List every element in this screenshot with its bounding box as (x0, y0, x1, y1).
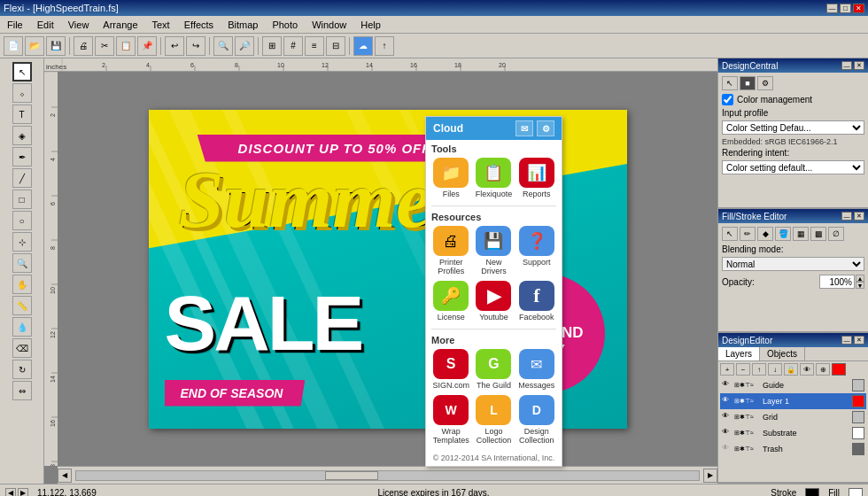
menu-effects[interactable]: Effects (181, 18, 217, 32)
layer-row-substrate[interactable]: 👁 ⊞ ✱ ⊤ ≈ Substrate (720, 425, 866, 441)
undo-button[interactable]: ↩ (165, 36, 184, 56)
menu-photo[interactable]: Photo (268, 18, 301, 32)
measure-tool[interactable]: 📏 (12, 296, 32, 315)
fill-pencil-btn[interactable]: ✏ (740, 227, 756, 241)
fs-close-btn[interactable]: ✕ (854, 212, 864, 221)
fill-gradient-btn[interactable]: ▦ (793, 227, 809, 241)
trash-eye-icon[interactable]: 👁 (722, 444, 732, 454)
layer-row-layer1[interactable]: 👁 ⊞ ✱ ⊤ ≈ Layer 1 (720, 393, 866, 409)
fill-none-btn[interactable]: ∅ (828, 227, 844, 241)
de-lock-btn[interactable]: 🔒 (784, 363, 798, 376)
dc-arrow-btn[interactable]: ↖ (722, 76, 738, 90)
save-button[interactable]: 💾 (46, 36, 66, 56)
fill-stroke-header[interactable]: Fill/Stroke Editor — ✕ (718, 209, 868, 223)
redo-button[interactable]: ↪ (186, 36, 205, 56)
zoom-tool[interactable]: 🔍 (12, 253, 32, 273)
node-tool[interactable]: ⬦ (12, 83, 32, 103)
de-add-layer-btn[interactable]: + (720, 363, 734, 376)
new-button[interactable]: 📄 (4, 36, 23, 56)
crop-tool[interactable]: ⊹ (12, 232, 32, 252)
upload-button[interactable]: ↑ (375, 36, 394, 56)
dc-settings-btn[interactable]: ⚙ (757, 76, 773, 90)
rotate-tool[interactable]: ↻ (12, 360, 32, 379)
menu-bitmap[interactable]: Bitmap (224, 18, 261, 32)
zoom-out-button[interactable]: 🔎 (235, 36, 254, 56)
cloud-settings-button[interactable]: ⚙ (537, 120, 554, 136)
menu-window[interactable]: Window (308, 18, 350, 32)
menu-arrange[interactable]: Arrange (99, 18, 141, 32)
cloud-youtube-item[interactable]: ▶ Youtube (474, 281, 513, 322)
de-delete-layer-btn[interactable]: − (736, 363, 750, 376)
horizontal-scroll-thumb[interactable] (325, 471, 378, 480)
guide-eye-icon[interactable]: 👁 (722, 380, 732, 391)
cloud-license-item[interactable]: 🔑 License (431, 281, 470, 322)
fill-shape-btn[interactable]: ◆ (757, 227, 773, 241)
canvas-background[interactable]: DISCOUNT UP TO 50% OFF Summer SALE THISW… (58, 72, 717, 466)
cloud-button[interactable]: ☁ (353, 36, 373, 56)
dc-input-profile-select[interactable]: Color Setting Defau... (722, 120, 864, 135)
fill-pattern-btn[interactable]: ▩ (810, 227, 826, 241)
dc-minimize-btn[interactable]: — (841, 61, 852, 70)
cloud-facebook-item[interactable]: f Facebook (517, 281, 556, 322)
cloud-guild-item[interactable]: G The Guild (474, 349, 513, 390)
layer-row-guide[interactable]: 👁 ⊞ ✱ ⊤ ≈ Guide (720, 377, 866, 393)
eraser-tool[interactable]: ⌫ (12, 338, 32, 358)
cloud-flexiquote-item[interactable]: 📋 Flexiquote (474, 158, 513, 198)
cut-button[interactable]: ✂ (95, 36, 114, 56)
cloud-files-item[interactable]: 📁 Files (431, 158, 470, 198)
dc-close-btn[interactable]: ✕ (854, 61, 864, 70)
shape-tool[interactable]: ◈ (12, 126, 32, 145)
layer1-eye-icon[interactable]: 👁 (722, 396, 732, 407)
cloud-support-item[interactable]: ❓ Support (517, 226, 556, 275)
opacity-input[interactable] (819, 275, 855, 289)
substrate-eye-icon[interactable]: 👁 (722, 428, 732, 438)
text-tool[interactable]: T (12, 105, 32, 124)
ellipse-tool[interactable]: ○ (12, 211, 32, 230)
copy-button[interactable]: 📋 (116, 36, 136, 56)
minimize-button[interactable]: — (826, 4, 838, 13)
layer-row-trash[interactable]: 👁 ⊞ ✱ ⊤ ≈ Trash (720, 441, 866, 457)
de-minimize-btn[interactable]: — (841, 336, 852, 345)
opacity-up-btn[interactable]: ▲ (856, 275, 864, 282)
de-merge-btn[interactable]: ⊕ (816, 363, 830, 376)
rect-tool[interactable]: □ (12, 190, 32, 209)
cloud-sign-item[interactable]: S SIGN.com (431, 349, 470, 390)
de-move-down-btn[interactable]: ↓ (768, 363, 782, 376)
distribute-button[interactable]: ⊟ (326, 36, 345, 56)
mirror-tool[interactable]: ⇔ (12, 381, 32, 400)
maximize-button[interactable]: □ (840, 4, 851, 13)
dc-color-mgmt-checkbox[interactable] (722, 94, 733, 105)
scroll-left-button[interactable]: ◀ (58, 469, 72, 483)
design-central-header[interactable]: DesignCentral — ✕ (718, 58, 868, 73)
cloud-printer-profiles-item[interactable]: 🖨 Printer Profiles (431, 226, 470, 275)
selection-tool[interactable]: ↖ (12, 62, 32, 81)
tab-objects[interactable]: Objects (760, 347, 805, 360)
cloud-design-item[interactable]: D Design Collection (517, 395, 556, 445)
eyedropper-tool[interactable]: 💧 (12, 317, 32, 337)
cloud-messages-item[interactable]: ✉ Messages (517, 349, 556, 390)
tab-layers[interactable]: Layers (718, 347, 760, 360)
menu-text[interactable]: Text (149, 18, 174, 32)
cloud-reports-item[interactable]: 📊 Reports (517, 158, 556, 198)
line-tool[interactable]: ╱ (12, 168, 32, 188)
de-move-up-btn[interactable]: ↑ (752, 363, 766, 376)
nav-left-btn[interactable]: ◀ (5, 488, 16, 497)
cloud-wrap-item[interactable]: W Wrap Templates (431, 395, 470, 445)
pan-tool[interactable]: ✋ (12, 275, 32, 294)
de-close-btn[interactable]: ✕ (854, 336, 864, 345)
paste-button[interactable]: 📌 (137, 36, 157, 56)
close-button[interactable]: ✕ (853, 4, 864, 13)
fill-bucket-btn[interactable]: 🪣 (775, 227, 791, 241)
design-editor-header[interactable]: DesignEditor — ✕ (718, 333, 868, 347)
fill-arrow-btn[interactable]: ↖ (722, 227, 738, 241)
menu-file[interactable]: File (4, 18, 27, 32)
de-eye-btn[interactable]: 👁 (800, 363, 814, 376)
zoom-in-button[interactable]: 🔍 (213, 36, 233, 56)
grid-eye-icon[interactable]: 👁 (722, 412, 732, 422)
cloud-logo-item[interactable]: L Logo Collection (474, 395, 513, 445)
menu-help[interactable]: Help (357, 18, 384, 32)
blending-select[interactable]: Normal (722, 257, 864, 271)
fs-minimize-btn[interactable]: — (841, 212, 852, 221)
dc-color-btn[interactable]: ■ (740, 76, 756, 90)
dc-rendering-select[interactable]: Color setting default... (722, 160, 864, 174)
